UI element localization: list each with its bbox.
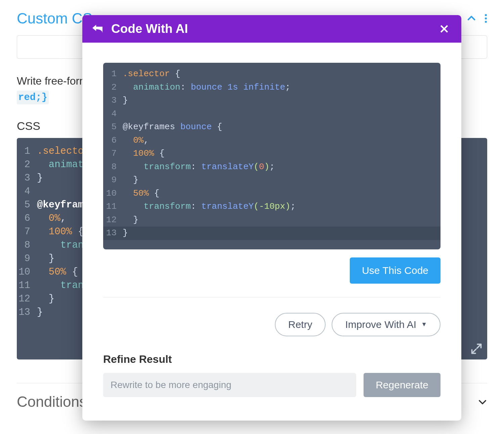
svg-point-0 bbox=[485, 14, 487, 16]
expand-icon[interactable] bbox=[478, 397, 487, 406]
use-this-code-button[interactable]: Use This Code bbox=[350, 257, 440, 284]
collapse-icon[interactable] bbox=[467, 14, 476, 23]
refine-row: Regenerate bbox=[103, 373, 440, 397]
improve-with-ai-button[interactable]: Improve With AI ▼ bbox=[332, 313, 440, 336]
css-snippet-example: red;} bbox=[17, 91, 49, 104]
conditions-title: Conditions bbox=[17, 393, 87, 410]
improve-label: Improve With AI bbox=[345, 319, 416, 330]
more-options-icon[interactable] bbox=[485, 14, 487, 23]
back-icon[interactable] bbox=[92, 24, 103, 34]
modal-body: 1.selector { 2 animation: bounce 1s infi… bbox=[82, 43, 461, 421]
refine-input[interactable] bbox=[103, 373, 356, 397]
refine-result-title: Refine Result bbox=[103, 353, 440, 366]
modal-title: Code With AI bbox=[111, 22, 432, 36]
retry-label: Retry bbox=[288, 319, 312, 330]
custom-css-title: Custom CS bbox=[17, 10, 92, 27]
svg-point-1 bbox=[485, 17, 487, 19]
regenerate-button[interactable]: Regenerate bbox=[364, 373, 440, 397]
caret-down-icon: ▼ bbox=[421, 321, 427, 328]
section-actions bbox=[467, 14, 487, 23]
retry-button[interactable]: Retry bbox=[275, 313, 326, 336]
code-with-ai-modal: Code With AI 1.selector { 2 animation: b… bbox=[82, 15, 461, 421]
ai-action-row: Retry Improve With AI ▼ bbox=[103, 297, 440, 353]
ai-code-output[interactable]: 1.selector { 2 animation: bounce 1s infi… bbox=[103, 63, 440, 249]
close-icon[interactable] bbox=[440, 25, 449, 33]
svg-point-2 bbox=[485, 21, 487, 23]
expand-editor-icon[interactable] bbox=[470, 343, 482, 355]
use-code-row: Use This Code bbox=[103, 257, 440, 297]
modal-header: Code With AI bbox=[82, 15, 461, 43]
